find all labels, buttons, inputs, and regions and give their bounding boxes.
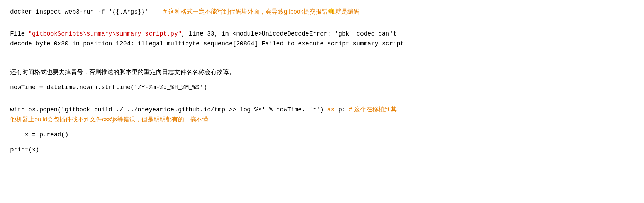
spacer-3 — [10, 61, 634, 67]
comment-popen-2: 他机器上build会包插件找不到文件css\js等错误，但是明明都有的，搞不懂。 — [10, 115, 214, 125]
chinese-line: 还有时间格式也要去掉冒号，否则推送的脚本里的重定向日志文件名名称会有故障。 — [10, 67, 634, 77]
section-chinese-note: 还有时间格式也要去掉冒号，否则推送的脚本里的重定向日志文件名名称会有故障。 — [10, 67, 634, 77]
section-read: x = p.read() — [10, 130, 634, 140]
code-print: print(x) — [10, 145, 39, 155]
spacer-1 — [10, 22, 634, 29]
code-line-read: x = p.read() — [10, 130, 634, 140]
chinese-text-content: 还有时间格式也要去掉冒号，否则推送的脚本里的重定向日志文件名名称会有故障。 — [10, 67, 235, 77]
comment-line-1: # 这种格式一定不能写到代码块外面，会导致gitbook提交报错👊就是编码 — [163, 7, 359, 17]
section-popen: with os.popen('gitbook build ./ ../oneye… — [10, 105, 634, 125]
code-spacing-1 — [149, 7, 163, 17]
section-print: print(x) — [10, 145, 634, 155]
code-line-popen: with os.popen('gitbook build ./ ../oneye… — [10, 105, 634, 115]
error-file-label: File — [10, 29, 28, 39]
comment-popen: # 这个在移植到其 — [346, 105, 397, 114]
error-file-path: "gitbookScripts\summary\summary_script.p… — [28, 29, 182, 39]
code-docker: docker inspect web3-run -f '{{.Args}}' — [10, 7, 149, 17]
error-line-info: , line 33, in <module>UnicodeDecodeError… — [182, 29, 397, 39]
code-popen-part1: with os.popen('gitbook build ./ ../oneye… — [10, 105, 327, 115]
code-as-keyword: as — [327, 105, 335, 115]
code-line-nowtime: nowTime = datetime.now().strftime('%Y-%m… — [10, 83, 634, 92]
code-line-print: print(x) — [10, 145, 634, 155]
code-line-1: docker inspect web3-run -f '{{.Args}}' #… — [10, 7, 634, 17]
section-nowtime: nowTime = datetime.now().strftime('%Y-%m… — [10, 83, 634, 92]
code-read: x = p.read() — [10, 130, 69, 140]
section-docker-command: docker inspect web3-run -f '{{.Args}}' #… — [10, 7, 634, 17]
section-error: File "gitbookScripts\summary\summary_scr… — [10, 29, 634, 49]
code-nowtime: nowTime = datetime.now().strftime('%Y-%m… — [10, 83, 207, 92]
spacer-4 — [10, 98, 634, 105]
code-popen-part2: p: — [334, 105, 345, 115]
error-decode-msg: decode byte 0x80 in position 1204: illeg… — [10, 39, 404, 49]
code-line-2b: decode byte 0x80 in position 1204: illeg… — [10, 39, 634, 49]
spacer-2 — [10, 54, 634, 61]
code-line-2a: File "gitbookScripts\summary\summary_scr… — [10, 29, 634, 39]
code-line-popen-comment2: 他机器上build会包插件找不到文件css\js等错误，但是明明都有的，搞不懂。 — [10, 115, 634, 125]
